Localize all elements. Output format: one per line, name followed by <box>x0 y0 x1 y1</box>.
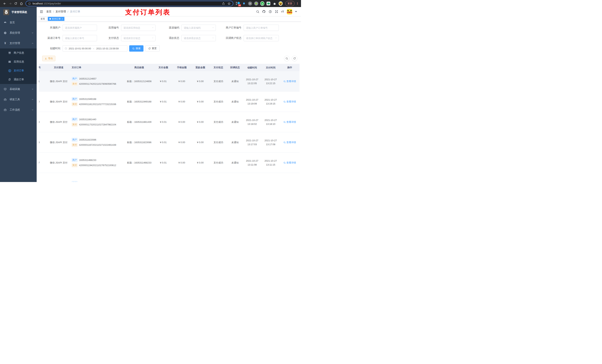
tab-pay-order[interactable]: 支付订单 × <box>48 17 64 21</box>
sidebar-item-infra[interactable]: 基础设施 <box>0 84 37 94</box>
site-info-icon[interactable] <box>28 2 31 5</box>
sidebar-item-home[interactable]: 首页 <box>0 17 37 28</box>
view-detail-link[interactable]: 查看详情 <box>283 141 296 144</box>
extension-recorder-icon[interactable] <box>254 1 258 6</box>
merchant-order-no-field[interactable] <box>244 25 279 31</box>
extensions-puzzle-icon[interactable] <box>272 1 277 6</box>
merchant-tag: 商户 <box>72 158 77 162</box>
merchant-tag: 商户 <box>72 97 77 101</box>
table-header: 编号 支付渠道 支付订单 商品标题 支付金额 手续金额 退款金额 支付状态 回调… <box>39 64 300 71</box>
sidebar: 芋道管理系统 首页 系统管理 ¥ 支付管理 <box>0 7 37 182</box>
reset-button[interactable]: 重置 <box>145 45 160 52</box>
channel-order-no-input[interactable] <box>63 35 97 41</box>
github-icon[interactable] <box>262 10 266 13</box>
sidebar-item-devtools[interactable]: 研发工具 <box>0 94 37 105</box>
sidebar-logo[interactable]: 芋道管理系统 <box>0 7 37 17</box>
bookmark-star-icon[interactable] <box>227 2 231 5</box>
toolbox-icon <box>4 98 7 101</box>
search-button[interactable]: 搜索 <box>129 45 143 52</box>
export-button[interactable]: 导出 <box>42 56 55 61</box>
sidebar-item-pay[interactable]: ¥ 支付管理 <box>0 38 37 48</box>
pay-status-select[interactable] <box>121 35 155 41</box>
browser-reload-button[interactable] <box>13 1 19 6</box>
dashboard-icon <box>4 21 7 24</box>
table-row[interactable]: 18 微信 JSAPI 支付 商户1635311823086 支付4200001… <box>39 132 300 153</box>
pay-tag: 支付 <box>72 123 77 126</box>
notify-status-select[interactable] <box>244 35 279 41</box>
filter-row-2: 渠道订单号 支付状态 退款状态 回调商户状态 <box>37 35 301 41</box>
browser-home-button[interactable] <box>19 1 24 6</box>
logo-image <box>3 9 9 15</box>
browser-menu-icon[interactable]: ⋮ <box>296 2 299 5</box>
fullscreen-icon[interactable] <box>275 10 278 13</box>
profile-avatar-emoji[interactable] <box>279 1 283 6</box>
refund-status-input[interactable] <box>182 35 216 41</box>
filter-row-3: 创建时间 2021-10-01 00:00:00 - 2021-10-31 23… <box>37 45 301 52</box>
merchant-input[interactable] <box>63 25 97 31</box>
yen-circle-icon <box>8 69 11 72</box>
app-select[interactable] <box>121 25 155 31</box>
view-detail-link[interactable]: 查看详情 <box>283 100 296 104</box>
table-row[interactable]: 20 微信 JSAPI 支付 商户1635311949168 支付4200001… <box>39 92 300 112</box>
sidebar-item-refund-order[interactable]: 退款订单 <box>0 75 37 84</box>
view-detail-link[interactable]: 查看详情 <box>283 161 296 165</box>
avatar[interactable] <box>287 9 292 14</box>
sidebar-item-merchant-info[interactable]: 商户信息 <box>0 48 37 57</box>
sidebar-item-pay-order[interactable]: 支付订单 <box>0 66 37 75</box>
url-bar[interactable]: localhost:1024/pay/order <box>26 1 233 6</box>
browser-back-button[interactable] <box>2 1 7 6</box>
extension-sketch-icon[interactable] <box>242 1 246 6</box>
chevron-down-icon <box>32 109 34 111</box>
browser-update-button[interactable]: 更新 <box>285 1 294 6</box>
font-size-icon[interactable]: TT <box>281 10 284 13</box>
channel-order-no-field[interactable] <box>63 35 97 41</box>
view-detail-link[interactable]: 查看详情 <box>283 120 296 124</box>
merchant-select[interactable] <box>63 25 97 31</box>
share-icon[interactable] <box>222 2 225 5</box>
table-row[interactable]: 21 微信 JSAPI 支付 商户1635312124657 支付4200001… <box>39 71 300 92</box>
briefcase-icon <box>4 108 7 111</box>
toggle-search-button[interactable] <box>284 56 290 61</box>
channel-code-input[interactable] <box>182 25 216 31</box>
search-icon <box>285 57 288 60</box>
sidebar-item-app-info[interactable]: 应用信息 <box>0 57 37 66</box>
sidebar-item-workflow[interactable]: 工作流程 <box>0 105 37 115</box>
table-row[interactable]: 商户1635311157963 <box>39 173 300 182</box>
extension-chat-icon[interactable] <box>266 1 270 6</box>
merchant-tag: 商户 <box>72 181 77 182</box>
extension-tasks-icon[interactable]: 10 <box>236 1 240 6</box>
search-icon <box>283 101 286 103</box>
extension-y-icon[interactable]: y <box>260 1 264 6</box>
sidebar-collapse-icon[interactable] <box>38 8 45 15</box>
channel-code-select[interactable] <box>182 25 216 31</box>
avatar-caret-icon[interactable] <box>295 11 297 12</box>
view-detail-link[interactable]: 查看详情 <box>283 80 296 83</box>
pay-status-input[interactable] <box>121 35 155 41</box>
store-icon <box>8 52 11 54</box>
table-row[interactable]: 17 微信 JSAPI 支付 商户1635311468233 支付4200001… <box>39 153 300 173</box>
table-row[interactable]: 19 微信 JSAPI 支付 商户1635311881440 支付4200001… <box>39 112 300 132</box>
browser-forward-button[interactable] <box>7 1 13 6</box>
filter-label: 退款状态 <box>155 36 182 40</box>
app-input[interactable] <box>121 25 155 31</box>
tags-view: 首页 支付订单 × <box>37 16 301 22</box>
merchant-order-no-input[interactable] <box>244 25 279 31</box>
date-start: 2021-10-01 00:00:00 <box>69 47 91 50</box>
refresh-table-button[interactable] <box>292 56 297 61</box>
notify-status-input[interactable] <box>244 35 279 41</box>
chevron-up-icon <box>32 42 34 44</box>
extension-command-icon[interactable]: ⌘ <box>248 1 252 6</box>
tab-close-icon[interactable]: × <box>62 18 63 20</box>
refund-status-select[interactable] <box>182 35 216 41</box>
header-search-icon[interactable] <box>256 10 259 13</box>
tab-home[interactable]: 首页 <box>39 17 47 21</box>
search-icon <box>283 80 286 83</box>
date-separator: - <box>93 47 95 50</box>
breadcrumb-home[interactable]: 首页 <box>46 10 52 13</box>
extensions-area: 10 ⌘ y <box>236 1 283 6</box>
create-time-range-picker[interactable]: 2021-10-01 00:00:00 - 2021-10-31 23:59:5… <box>63 45 127 52</box>
breadcrumb-section[interactable]: 支付管理 <box>55 10 66 13</box>
sidebar-item-system[interactable]: 系统管理 <box>0 28 37 38</box>
date-end: 2021-10-31 23:59:59 <box>96 47 119 50</box>
help-icon[interactable] <box>269 10 272 13</box>
